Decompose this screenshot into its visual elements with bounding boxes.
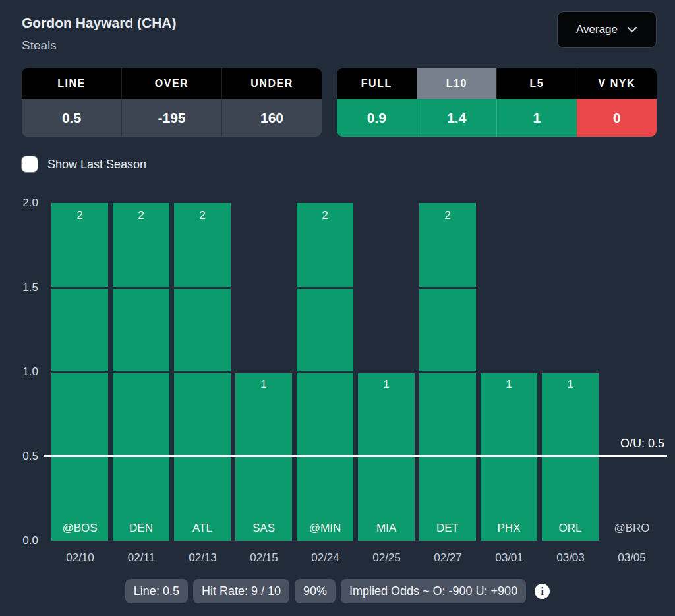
steals-bar-chart: 2@BOS2DEN2ATL1SAS2@MIN1MIA2DET1PHX1ORL@B… (49, 203, 662, 541)
over-under-label: O/U: 0.5 (620, 437, 664, 450)
summary-badge-line: Line: 0.5 (125, 579, 188, 603)
team-label: ORL (542, 522, 599, 535)
over-under-line (44, 455, 667, 457)
y-tick-label: 1.5 (0, 281, 38, 294)
date-label: 02/13 (172, 551, 233, 565)
odds-value-line: 0.5 (22, 99, 121, 137)
splits-tab-v-nyk[interactable]: V NYK (577, 68, 657, 99)
date-label: 02/24 (295, 551, 356, 565)
x-axis-dates: 02/1002/1102/1302/1502/2402/2502/2703/01… (49, 551, 662, 565)
bar-value-label: 2 (113, 209, 169, 222)
bar-value-label: 2 (51, 209, 108, 222)
bar-value-label: 2 (297, 209, 353, 222)
splits-table-header: FULLL10L5V NYK (337, 68, 657, 99)
team-label: PHX (481, 522, 537, 535)
team-label: DEN (113, 522, 169, 535)
date-label: 02/15 (233, 551, 295, 565)
odds-table-header: LINE OVER UNDER (22, 68, 322, 99)
date-label: 03/05 (601, 551, 662, 565)
summary-badge-90: 90% (295, 579, 336, 603)
splits-table-values: 0.91.410 (337, 99, 657, 137)
odds-header-over: OVER (121, 68, 221, 99)
date-label: 02/10 (49, 551, 111, 565)
team-label: ATL (174, 522, 231, 535)
summary-footer: Line: 0.5Hit Rate: 9 / 1090%Implied Odds… (0, 579, 675, 603)
splits-tab-full[interactable]: FULL (337, 68, 417, 99)
y-tick-label: 2.0 (0, 197, 38, 210)
show-last-season-row: Show Last Season (22, 156, 146, 172)
team-label: DET (419, 522, 476, 535)
info-icon[interactable]: i (535, 584, 550, 599)
team-label: @BRO (601, 522, 662, 535)
splits-value-full: 0.9 (337, 99, 417, 137)
chevron-down-icon (627, 26, 637, 33)
odds-table-values: 0.5 -195 160 (22, 99, 322, 137)
show-last-season-checkbox[interactable] (22, 156, 38, 172)
average-dropdown[interactable]: Average (557, 11, 657, 48)
team-label: SAS (235, 522, 292, 535)
date-label: 02/11 (111, 551, 172, 565)
y-tick-label: 0.5 (0, 450, 38, 463)
y-tick-label: 0.0 (0, 534, 38, 547)
chart-gridline (49, 287, 662, 289)
odds-header-under: UNDER (221, 68, 322, 99)
player-prop-card: Gordon Hayward (CHA) Steals Average LINE… (0, 0, 675, 616)
date-label: 02/27 (417, 551, 479, 565)
odds-value-under: 160 (221, 99, 322, 137)
bar-value-label: 1 (481, 378, 537, 391)
date-label: 02/25 (356, 551, 417, 565)
date-label: 03/03 (540, 551, 601, 565)
average-dropdown-label: Average (576, 23, 618, 36)
chart-gridline (49, 371, 662, 373)
bar-value-label: 2 (174, 209, 231, 222)
summary-badge-hit-rate: Hit Rate: 9 / 10 (193, 579, 289, 603)
stat-tables-row: LINE OVER UNDER 0.5 -195 160 FULLL10L5V … (22, 68, 657, 137)
y-tick-label: 1.0 (0, 365, 38, 379)
team-label: MIA (358, 522, 415, 535)
splits-table: FULLL10L5V NYK0.91.410 (337, 68, 657, 137)
page-title: Gordon Hayward (CHA) (22, 15, 177, 31)
show-last-season-label: Show Last Season (47, 158, 146, 171)
splits-value-v-nyk: 0 (577, 99, 657, 137)
team-label: @MIN (297, 522, 353, 535)
splits-tab-l10[interactable]: L10 (417, 68, 497, 99)
bar-value-label: 1 (358, 378, 415, 391)
bar-value-label: 1 (542, 378, 599, 391)
summary-badge-implied-odds-o: Implied Odds ~ O: -900 U: +900 (341, 579, 526, 603)
date-label: 03/01 (479, 551, 540, 565)
odds-header-line: LINE (22, 68, 121, 99)
stat-type-label: Steals (22, 38, 57, 53)
bar-value-label: 1 (235, 378, 292, 391)
splits-value-l10: 1.4 (417, 99, 497, 137)
splits-value-l5: 1 (496, 99, 577, 137)
odds-value-over: -195 (121, 99, 221, 137)
team-label: @BOS (51, 522, 108, 535)
splits-tab-l5[interactable]: L5 (496, 68, 577, 99)
bar-value-label: 2 (419, 209, 476, 222)
odds-table: LINE OVER UNDER 0.5 -195 160 (22, 68, 322, 137)
